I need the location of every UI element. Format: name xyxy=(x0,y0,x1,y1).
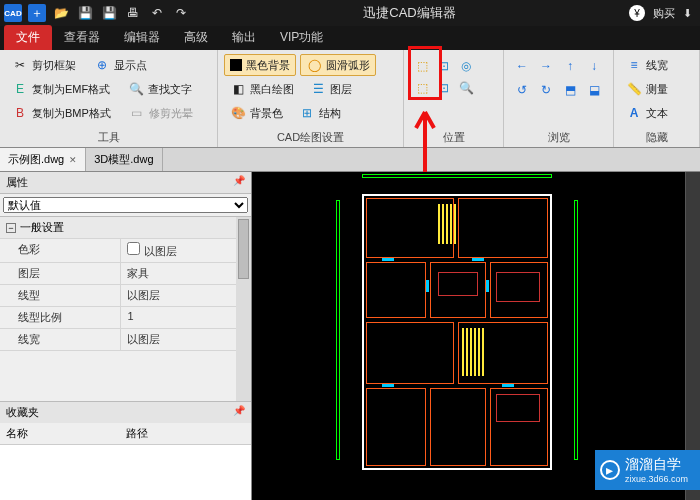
bw-draw-button[interactable]: ◧黑白绘图 xyxy=(224,78,300,100)
ribbon-group-position: ⬚ ⊡ ◎ ⬚ ⊡ 🔍 位置 xyxy=(404,50,504,147)
pos-icon-4[interactable]: ⬚ xyxy=(414,80,430,96)
arrow-left-icon[interactable]: ← xyxy=(514,58,530,74)
measure-button[interactable]: 📏测量 xyxy=(620,78,674,100)
fav-col-path[interactable]: 路径 xyxy=(120,423,154,444)
fav-col-name[interactable]: 名称 xyxy=(0,423,120,444)
play-icon: ▸ xyxy=(600,460,620,480)
bw-icon: ◧ xyxy=(230,81,246,97)
black-bg-button[interactable]: 黑色背景 xyxy=(224,54,296,76)
browse-icon-8[interactable]: ⬓ xyxy=(586,82,602,98)
arrow-right-icon[interactable]: → xyxy=(538,58,554,74)
currency-icon[interactable]: ¥ xyxy=(629,5,645,21)
group-cad-label: CAD绘图设置 xyxy=(224,128,397,147)
crop-frame-button[interactable]: ✂剪切框架 xyxy=(6,54,82,76)
search-icon: 🔍 xyxy=(128,81,144,97)
layer-button[interactable]: ☰图层 xyxy=(304,78,358,100)
emf-icon: E xyxy=(12,81,28,97)
close-icon[interactable]: ✕ xyxy=(69,155,77,165)
ribbon-group-cad-settings: 黑色背景 ◯圆滑弧形 ◧黑白绘图 ☰图层 🎨背景色 ⊞结构 CAD绘图设置 xyxy=(218,50,404,147)
ribbon-group-tools: ✂剪切框架 ⊕显示点 E复制为EMF格式 🔍查找文字 B复制为BMP格式 ▭修剪… xyxy=(0,50,218,147)
show-points-button[interactable]: ⊕显示点 xyxy=(88,54,153,76)
save-icon[interactable]: 💾 xyxy=(76,4,94,22)
group-tools-label: 工具 xyxy=(6,128,211,147)
fav-body xyxy=(0,445,251,500)
redo-icon[interactable]: ↷ xyxy=(172,4,190,22)
floorplan-drawing xyxy=(342,180,572,480)
pos-icon-6[interactable]: 🔍 xyxy=(458,80,474,96)
lineweight-button[interactable]: ≡线宽 xyxy=(620,54,674,76)
tab-file[interactable]: 文件 xyxy=(4,25,52,50)
app-title: 迅捷CAD编辑器 xyxy=(190,4,629,22)
ribbon: ✂剪切框架 ⊕显示点 E复制为EMF格式 🔍查找文字 B复制为BMP格式 ▭修剪… xyxy=(0,50,700,148)
palette-icon: 🎨 xyxy=(230,105,246,121)
target-icon: ⊕ xyxy=(94,57,110,73)
pin-icon[interactable]: 📌 xyxy=(233,175,245,190)
doc-tab-2[interactable]: 3D模型.dwg xyxy=(86,148,162,171)
properties-panel: 属性📌 默认值 −一般设置 色彩 以图层 图层家具 线型以图层 线型比例1 线宽… xyxy=(0,172,252,500)
section-general[interactable]: −一般设置 xyxy=(0,217,251,239)
color-checkbox[interactable] xyxy=(127,242,140,255)
new-icon[interactable]: ＋ xyxy=(28,4,46,22)
undo-icon[interactable]: ↶ xyxy=(148,4,166,22)
scissors-icon: ✂ xyxy=(12,57,28,73)
text-button[interactable]: A文本 xyxy=(620,102,674,124)
black-square-icon xyxy=(230,59,242,71)
group-position-label: 位置 xyxy=(410,128,497,147)
app-icon: CAD xyxy=(4,4,22,22)
arrow-up-icon[interactable]: ↑ xyxy=(562,58,578,74)
ribbon-group-hide: ≡线宽 📏测量 A文本 隐藏 xyxy=(614,50,700,147)
ruler-icon: 📏 xyxy=(626,81,642,97)
panel-scrollbar[interactable] xyxy=(236,217,251,401)
prop-row-linetype[interactable]: 线型以图层 xyxy=(0,285,251,307)
trim-icon: ▭ xyxy=(129,105,145,121)
bmp-icon: B xyxy=(12,105,28,121)
smooth-arc-button[interactable]: ◯圆滑弧形 xyxy=(300,54,376,76)
titlebar: CAD ＋ 📂 💾 💾 🖶 ↶ ↷ 迅捷CAD编辑器 ¥ 购买 ⬇ xyxy=(0,0,700,26)
tab-vip[interactable]: VIP功能 xyxy=(268,25,335,50)
property-grid: −一般设置 色彩 以图层 图层家具 线型以图层 线型比例1 线宽以图层 xyxy=(0,216,251,401)
tab-viewer[interactable]: 查看器 xyxy=(52,25,112,50)
doc-tab-1[interactable]: 示例图.dwg✕ xyxy=(0,148,86,171)
bg-color-button[interactable]: 🎨背景色 xyxy=(224,102,289,124)
watermark: ▸ 溜溜自学 zixue.3d66.com xyxy=(595,450,700,490)
group-hide-label: 隐藏 xyxy=(620,128,693,147)
ribbon-tabs: 文件 查看器 编辑器 高级 输出 VIP功能 xyxy=(0,26,700,50)
arrow-down-icon[interactable]: ↓ xyxy=(586,58,602,74)
pos-icon-3[interactable]: ◎ xyxy=(458,58,474,74)
pos-icon-1[interactable]: ⬚ xyxy=(414,58,430,74)
rotate-cw-icon[interactable]: ↻ xyxy=(538,82,554,98)
doc-tabs: 示例图.dwg✕ 3D模型.dwg xyxy=(0,148,700,172)
buy-link[interactable]: 购买 xyxy=(653,6,675,21)
favorites-panel: 收藏夹📌 名称 路径 xyxy=(0,401,251,500)
structure-button[interactable]: ⊞结构 xyxy=(293,102,347,124)
browse-icon-7[interactable]: ⬒ xyxy=(562,82,578,98)
tab-output[interactable]: 输出 xyxy=(220,25,268,50)
tab-advanced[interactable]: 高级 xyxy=(172,25,220,50)
layers-icon: ☰ xyxy=(310,81,326,97)
pos-icon-2[interactable]: ⊡ xyxy=(436,58,452,74)
saveas-icon[interactable]: 💾 xyxy=(100,4,118,22)
group-browse-label: 浏览 xyxy=(510,128,607,147)
prop-row-color[interactable]: 色彩 以图层 xyxy=(0,239,251,263)
open-icon[interactable]: 📂 xyxy=(52,4,70,22)
copy-bmp-button[interactable]: B复制为BMP格式 xyxy=(6,102,117,124)
prop-row-ltscale[interactable]: 线型比例1 xyxy=(0,307,251,329)
lineweight-icon: ≡ xyxy=(626,57,642,73)
pos-icon-5[interactable]: ⊡ xyxy=(436,80,452,96)
default-combo[interactable]: 默认值 xyxy=(3,197,248,213)
tab-editor[interactable]: 编辑器 xyxy=(112,25,172,50)
print-icon[interactable]: 🖶 xyxy=(124,4,142,22)
dropdown-icon[interactable]: ⬇ xyxy=(683,7,692,20)
find-text-button[interactable]: 🔍查找文字 xyxy=(122,78,198,100)
copy-emf-button[interactable]: E复制为EMF格式 xyxy=(6,78,116,100)
collapse-icon[interactable]: − xyxy=(6,223,16,233)
rotate-ccw-icon[interactable]: ↺ xyxy=(514,82,530,98)
properties-title: 属性📌 xyxy=(0,172,251,194)
prop-row-lineweight[interactable]: 线宽以图层 xyxy=(0,329,251,351)
text-icon: A xyxy=(626,105,642,121)
prop-row-layer[interactable]: 图层家具 xyxy=(0,263,251,285)
pin-icon[interactable]: 📌 xyxy=(233,405,245,420)
fav-header: 名称 路径 xyxy=(0,423,251,445)
arc-icon: ◯ xyxy=(306,57,322,73)
trim-halo-button[interactable]: ▭修剪光晕 xyxy=(123,102,199,124)
